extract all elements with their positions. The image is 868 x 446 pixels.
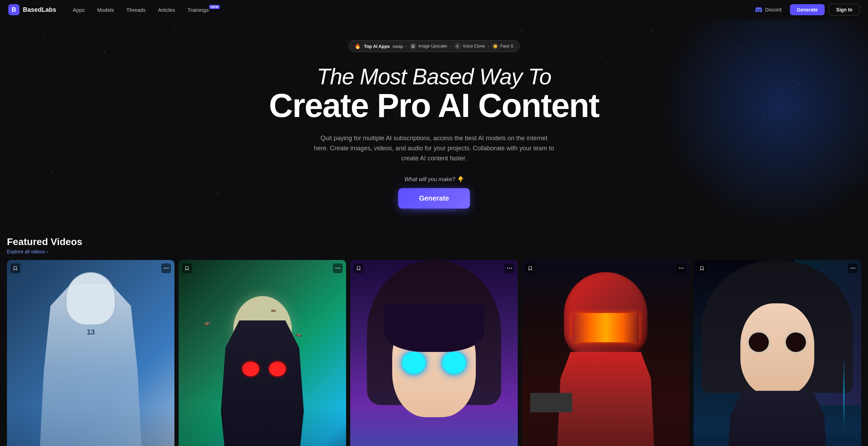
logo-icon: B xyxy=(8,4,19,15)
nav-right: Discord Generate Sign In xyxy=(751,4,860,16)
featured-title: Featured Videos xyxy=(7,236,861,247)
save-icon[interactable] xyxy=(182,263,192,273)
nav-link-trainings[interactable]: Trainings NEW xyxy=(182,4,223,16)
navbar: B BasedLabs Apps Models Threads Articles… xyxy=(0,0,868,19)
card-top-bar: ⋯ xyxy=(525,263,686,273)
video-card[interactable]: ⋯ xyxy=(522,260,689,446)
soldier-visor xyxy=(572,313,639,342)
robot-eye-left xyxy=(242,362,259,376)
nav-link-apps[interactable]: Apps xyxy=(67,4,90,16)
discord-label: Discord xyxy=(765,7,781,12)
anime-eye-left xyxy=(402,352,426,374)
top-apps-pill[interactable]: 🔥 Top AI Apps swap 🖼 Image Upscaler 🎙 Vo… xyxy=(349,40,519,52)
app-tag-image-upscaler[interactable]: 🖼 Image Upscaler xyxy=(410,43,447,50)
app-tag-voice-clone[interactable]: 🎙 Voice Clone xyxy=(454,43,485,50)
top-apps-label: Top AI Apps xyxy=(364,44,390,49)
bat-2: 🦇 xyxy=(295,332,302,339)
save-icon[interactable] xyxy=(697,263,707,273)
soldier-weapon xyxy=(530,393,572,412)
neon-line xyxy=(843,357,844,429)
swap-label: swap xyxy=(393,44,403,49)
discord-button[interactable]: Discord xyxy=(751,4,785,15)
app-avatar-image-upscaler: 🖼 xyxy=(410,43,416,50)
hero-subtitle: Quit paying for multiple AI subscription… xyxy=(313,133,556,163)
menu-icon[interactable]: ⋯ xyxy=(848,263,858,273)
explore-chevron-icon: › xyxy=(46,249,48,254)
menu-icon[interactable]: ⋯ xyxy=(676,263,686,273)
save-icon[interactable] xyxy=(10,263,20,273)
anime-bangs xyxy=(384,303,484,352)
pill-divider-2 xyxy=(450,46,451,47)
jersey-number: 13 xyxy=(87,328,94,337)
fire-emoji: 🔥 xyxy=(354,43,361,49)
logo[interactable]: B BasedLabs xyxy=(8,4,56,15)
hero-section: 🔥 Top AI Apps swap 🖼 Image Upscaler 🎙 Vo… xyxy=(0,19,868,236)
pill-divider-3 xyxy=(488,46,489,47)
pill-divider xyxy=(406,46,407,47)
brand-name: BasedLabs xyxy=(23,6,56,14)
card-top-bar: ⋯ xyxy=(697,263,858,273)
anime-eye-right xyxy=(442,352,466,374)
hero-title-line2: Create Pro AI Content xyxy=(7,89,861,122)
card-top-bar: ⋯ xyxy=(182,263,343,273)
video-card[interactable]: ⋯ xyxy=(694,260,861,446)
card-top-bar: ⋯ xyxy=(354,263,514,273)
nav-link-threads[interactable]: Threads xyxy=(121,4,151,16)
generate-hero-button[interactable]: Generate xyxy=(398,188,470,209)
new-badge: NEW xyxy=(209,5,220,9)
app-avatar-face-s: 😊 xyxy=(492,43,499,50)
menu-icon[interactable]: ⋯ xyxy=(333,263,343,273)
save-icon[interactable] xyxy=(525,263,535,273)
app-tag-label-3: Face S xyxy=(500,44,514,49)
generate-nav-button[interactable]: Generate xyxy=(790,4,825,15)
robot-body xyxy=(216,320,309,446)
bat-3: 🦇 xyxy=(271,308,276,313)
hero-title-line1: The Most Based Way To xyxy=(7,65,861,89)
robot-eye-right xyxy=(269,362,286,376)
menu-icon[interactable]: ⋯ xyxy=(505,263,514,273)
video-card[interactable]: 🦇 🦇 🦇 ⋯ xyxy=(179,260,346,446)
nav-link-models[interactable]: Models xyxy=(92,4,119,16)
menu-icon[interactable]: ⋯ xyxy=(161,263,171,273)
nav-links: Apps Models Threads Articles Trainings N… xyxy=(67,4,751,16)
video-card[interactable]: ⋯ xyxy=(350,260,518,446)
app-tag-label: Image Upscaler xyxy=(418,44,447,49)
videos-grid: 13 ⋯ 🦇 🦇 🦇 xyxy=(7,260,861,446)
signin-button[interactable]: Sign In xyxy=(829,4,860,16)
app-avatar-voice-clone: 🎙 xyxy=(454,43,461,50)
girl5-face xyxy=(740,303,814,395)
save-icon[interactable] xyxy=(354,263,363,273)
discord-icon xyxy=(755,6,762,13)
app-tag-label-2: Voice Clone xyxy=(463,44,485,49)
app-tag-face-s[interactable]: 😊 Face S xyxy=(492,43,514,50)
explore-all-link[interactable]: Explore all videos › xyxy=(7,249,861,254)
featured-section: Featured Videos Explore all videos › 13 xyxy=(0,236,868,446)
featured-header: Featured Videos Explore all videos › xyxy=(7,236,861,254)
hero-question: What will you make? 👇 xyxy=(7,176,861,183)
card-top-bar: ⋯ xyxy=(10,263,171,273)
video-card[interactable]: 13 ⋯ xyxy=(7,260,174,446)
girl5-eye-left xyxy=(749,333,769,352)
hero-heading: The Most Based Way To Create Pro AI Cont… xyxy=(7,65,861,122)
nav-link-articles[interactable]: Articles xyxy=(153,4,181,16)
helmet-shape xyxy=(66,272,116,325)
girl5-eye-right xyxy=(786,333,806,352)
